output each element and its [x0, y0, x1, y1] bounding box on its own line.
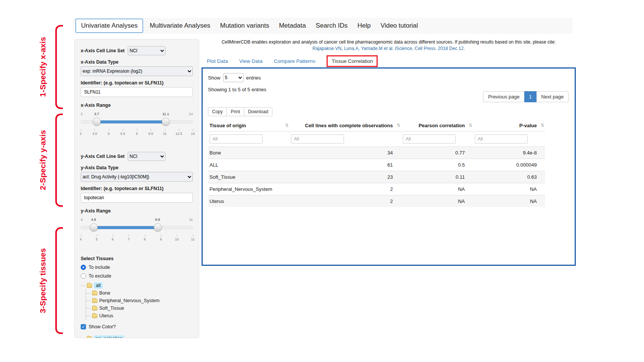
entries-select[interactable]: 5 [223, 73, 244, 82]
filter-input-p-value[interactable] [475, 134, 528, 144]
subtab-compare-patterns[interactable]: Compare Patterns [274, 58, 316, 64]
sort-icon[interactable]: ⇅ [285, 123, 289, 128]
tree-node-no-selection[interactable]: no_selection [81, 335, 193, 338]
cell-count: 61 [289, 159, 401, 171]
slider-tick: 4 [80, 237, 81, 241]
nav-tab-mutation-variants[interactable]: Mutation variants [215, 19, 274, 32]
sort-icon[interactable]: ⇅ [469, 123, 472, 128]
sidebar-panel: x-Axis Cell Line Set NCI x-Axis Data Typ… [74, 39, 199, 338]
nav-tab-multivariate-analyses[interactable]: Multivariate Analyses [145, 19, 215, 32]
y-range-bar[interactable] [94, 226, 158, 229]
subtab-tissue-correlation[interactable]: Tissue Correlation [327, 55, 378, 67]
to-exclude-label: To exclude [89, 273, 111, 279]
folder-icon [92, 314, 97, 318]
tree-node-bone-label: Bone [99, 290, 110, 296]
filter-row [208, 131, 545, 147]
nav-tab-search-ids[interactable]: Search IDs [311, 19, 352, 32]
tree-node-bone[interactable]: Bone [86, 289, 193, 297]
citation-link[interactable]: Rajapakse.VN, Luna.A, Yamade.M et al. iS… [205, 46, 573, 51]
show-color-checkbox[interactable]: ✓ Show Color? [81, 324, 193, 329]
step1-bracket [55, 25, 63, 109]
y-range-handle-to[interactable] [154, 223, 162, 231]
nav-tab-help[interactable]: Help [352, 19, 375, 32]
slider-tick: 10 [175, 237, 179, 241]
x-range-min: 2 [81, 112, 83, 116]
to-exclude-radio[interactable]: To exclude [81, 273, 193, 279]
sort-icon[interactable]: ⇅ [397, 123, 400, 128]
x-range-bar[interactable] [97, 120, 166, 123]
nav-tab-univariate-analyses[interactable]: Univariate Analyses [75, 19, 143, 33]
folder-icon [92, 306, 97, 311]
slider-tick: 12.5 [175, 132, 182, 136]
filter-input-cell-lines[interactable] [291, 134, 344, 144]
slider-tick: 8 [136, 132, 138, 136]
y-cell-line-set-select[interactable]: NCI [128, 152, 166, 161]
nav-tab-metadata[interactable]: Metadata [274, 19, 311, 32]
y-range-from-value: 4.8 [91, 217, 96, 222]
subtab-plot-data[interactable]: Plot Data [207, 58, 228, 64]
top-nav: Univariate Analyses Multivariate Analyse… [73, 18, 572, 34]
subtab-bar: Plot Data View Data Compare Patterns Tis… [207, 55, 378, 67]
x-data-type-select[interactable]: exp: mRNA Expression (log2) [81, 66, 193, 76]
column-header-tissue-of-origin[interactable]: Tissue of origin⇅ [208, 120, 289, 131]
tree-node-all[interactable]: all [81, 282, 193, 289]
cell-pvalue: 0.63 [473, 171, 545, 183]
tree-node-soft-tissue[interactable]: Soft_Tissue [86, 304, 193, 312]
show-color-label: Show Color? [89, 324, 116, 329]
column-header-cell-lines[interactable]: Cell lines with complete observations⇅ [289, 120, 401, 131]
tree-connector [86, 293, 90, 293]
cell-tissue: Soft_Tissue [208, 171, 289, 183]
tree-node-peripheral-nervous-system[interactable]: Peripheral_Nervous_System [86, 297, 193, 304]
x-range-handle-from[interactable] [93, 118, 101, 126]
table-row: Peripheral_Nervous_System 2 NA NA [208, 183, 545, 195]
copy-button[interactable]: Copy [208, 107, 227, 116]
x-range-handle-to[interactable] [162, 118, 170, 126]
filter-input-pearson-correlation[interactable] [403, 134, 456, 144]
nav-tab-video-tutorial[interactable]: Video tutorial [375, 19, 423, 32]
x-data-type-label: x-Axis Data Type [81, 59, 193, 65]
slider-tick: 7 [128, 237, 130, 241]
folder-icon [92, 291, 97, 295]
slider-tick: 11 [191, 237, 194, 241]
column-header-p-value[interactable]: P-value⇅ [473, 120, 545, 131]
column-header-pearson-correlation[interactable]: Pearson correlation⇅ [401, 120, 473, 131]
x-range-slider[interactable]: 2 14 3.7 11.1 2 3.5 5 6.5 8 9.5 11 12.5 … [81, 117, 193, 140]
y-range-slider[interactable]: 4 11 4.8 8.8 4 5 6 7 8 9 10 11 [81, 223, 193, 246]
cell-correlation: 0.77 [401, 147, 473, 159]
y-range-min: 4 [81, 217, 83, 222]
subtab-view-data[interactable]: View Data [239, 58, 263, 64]
x-range-max: 14 [189, 112, 193, 116]
tree-node-uterus[interactable]: Uterus [86, 312, 193, 320]
next-page-button[interactable]: Next page [536, 91, 569, 102]
previous-page-button[interactable]: Previous page [483, 91, 524, 102]
step2-bracket [55, 114, 63, 207]
x-cell-line-set-select[interactable]: NCI [128, 46, 166, 55]
x-identifier-input[interactable] [81, 87, 193, 97]
table-row: ALL 61 0.5 0.000049 [208, 159, 545, 171]
to-include-radio[interactable]: To include [81, 265, 193, 270]
y-range-grid: 4 5 6 7 8 9 10 11 [81, 234, 193, 243]
cell-pvalue: 0.000049 [473, 159, 545, 171]
cell-correlation: 0.11 [401, 171, 473, 183]
y-identifier-input[interactable] [81, 193, 193, 203]
sort-icon[interactable]: ⇅ [541, 123, 544, 128]
header-row: Tissue of origin⇅ Cell lines with comple… [208, 120, 545, 131]
cell-correlation: NA [401, 195, 473, 208]
y-range-handle-from[interactable] [90, 223, 98, 231]
download-button[interactable]: Download [244, 107, 272, 116]
table-row: Bone 34 0.77 9.4e-8 [208, 147, 545, 159]
slider-tick: 2 [80, 132, 81, 136]
filter-input-tissue-of-origin[interactable] [209, 134, 263, 144]
y-data-type-select[interactable]: act: Drug Activity (-log10[IC50M]) [81, 172, 193, 182]
page-1-button[interactable]: 1 [524, 91, 537, 102]
show-label: Show [208, 75, 220, 81]
slider-tick: 6 [112, 237, 114, 241]
select-tissues-title: Select Tissues [81, 256, 193, 261]
check-icon: ✓ [81, 324, 86, 329]
x-range-to-value: 11.1 [162, 112, 169, 116]
slider-tick: 5 [96, 237, 98, 241]
print-button[interactable]: Print [227, 107, 244, 116]
radio-selected-icon [81, 265, 86, 270]
slider-tick: 9.5 [148, 132, 153, 136]
slider-tick: 11 [163, 132, 166, 136]
